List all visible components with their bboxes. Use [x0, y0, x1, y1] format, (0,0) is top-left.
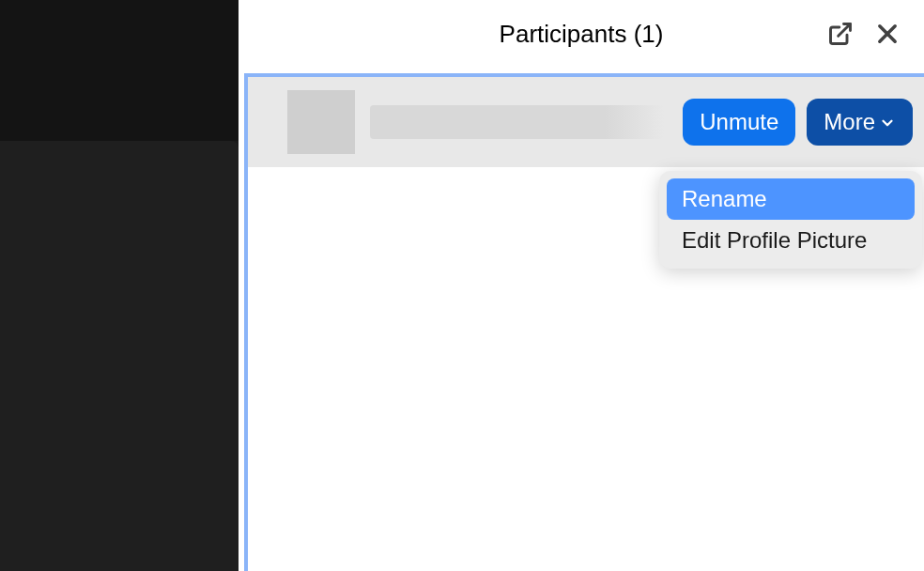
more-dropdown: Rename Edit Profile Picture — [659, 171, 922, 269]
svg-line-0 — [839, 24, 851, 37]
header-actions — [826, 20, 901, 48]
popout-button[interactable] — [826, 20, 855, 48]
video-sidebar — [0, 0, 239, 571]
sidebar-upper — [0, 0, 239, 141]
close-button[interactable] — [873, 20, 901, 48]
unmute-button[interactable]: Unmute — [683, 99, 795, 146]
avatar — [287, 90, 355, 154]
participants-list: Unmute More Rename Edit Profile Picture — [244, 73, 924, 571]
participant-name — [370, 105, 664, 139]
close-icon — [874, 21, 901, 47]
more-button[interactable]: More — [807, 99, 913, 146]
dropdown-item-label: Rename — [682, 186, 767, 212]
participants-panel: Participants (1) Unmute — [239, 0, 924, 571]
sidebar-lower — [0, 141, 239, 571]
page-title: Participants (1) — [500, 20, 664, 49]
popout-icon — [827, 21, 854, 47]
panel-header: Participants (1) — [239, 0, 924, 68]
chevron-down-icon — [879, 115, 896, 131]
participant-row[interactable]: Unmute More — [248, 77, 924, 167]
dropdown-item-rename[interactable]: Rename — [667, 178, 915, 220]
more-button-label: More — [824, 109, 875, 135]
dropdown-item-label: Edit Profile Picture — [682, 227, 867, 254]
dropdown-item-edit-profile-picture[interactable]: Edit Profile Picture — [667, 220, 915, 261]
